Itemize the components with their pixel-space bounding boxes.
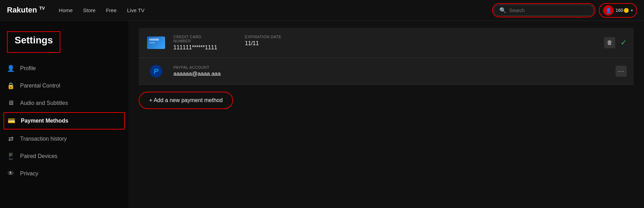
search-wrapper: 🔍 <box>492 3 595 17</box>
credit-card-icon-area <box>146 36 166 49</box>
search-icon: 🔍 <box>499 7 506 14</box>
add-payment-label: + Add a new payment method <box>149 97 223 103</box>
add-payment-button[interactable]: + Add a new payment method <box>139 92 233 109</box>
expiry-details: EXPIRATION DATE 11/11 <box>245 35 284 51</box>
sidebar-label-transaction: Transaction history <box>20 136 67 142</box>
search-box[interactable]: 🔍 <box>493 5 594 16</box>
nav-livetv[interactable]: Live TV <box>127 7 145 13</box>
main-layout: Settings 👤 Profile 🔒 Parental Control 🖥 … <box>0 21 644 208</box>
sidebar-label-profile: Profile <box>20 65 36 72</box>
sidebar-item-paired-devices[interactable]: 📱 Paired Devices <box>0 148 128 165</box>
card-icon: 💳 <box>8 117 15 125</box>
sidebar-item-audio-subtitles[interactable]: 🖥 Audio and Subtitles <box>0 94 128 111</box>
paypal-more-button[interactable]: ··· <box>616 66 627 77</box>
payment-row-paypal: P PAYPAL ACCOUNT aaaaaa@aaaa.aaa ··· <box>139 58 634 85</box>
content-area: CREDIT CARD NUMBER 111111******1111 EXPI… <box>128 21 644 208</box>
sidebar-item-transaction-history[interactable]: ⇄ Transaction history <box>0 130 128 148</box>
sidebar-menu: 👤 Profile 🔒 Parental Control 🖥 Audio and… <box>0 60 128 182</box>
profile-icon: 👤 <box>7 65 15 72</box>
monitor-icon: 🖥 <box>7 99 15 107</box>
credit-card-actions: 🗑 ✓ <box>604 37 627 48</box>
avatar: 👤 <box>603 5 613 16</box>
points-coin <box>624 8 629 13</box>
eye-icon: 👁 <box>7 170 15 177</box>
payment-row-credit-card: CREDIT CARD NUMBER 111111******1111 EXPI… <box>139 28 634 58</box>
paypal-icon-area: P <box>146 65 166 77</box>
sidebar-item-payment-methods[interactable]: 💳 Payment Methods <box>3 112 125 130</box>
sidebar-label-audio: Audio and Subtitles <box>20 100 68 106</box>
sidebar-item-profile[interactable]: 👤 Profile <box>0 60 128 77</box>
paypal-icon: P <box>150 65 162 77</box>
topnav: Rakuten TV Home Store Free Live TV 🔍 👤 1… <box>0 0 644 21</box>
sidebar: Settings 👤 Profile 🔒 Parental Control 🖥 … <box>0 21 128 208</box>
paypal-details: PAYPAL ACCOUNT aaaaaa@aaaa.aaa <box>173 65 609 77</box>
lock-icon: 🔒 <box>7 82 15 90</box>
nav-home[interactable]: Home <box>59 7 73 13</box>
nav-right: 🔍 👤 160 ▾ <box>492 3 637 18</box>
credit-card-number-label: CREDIT CARD NUMBER <box>173 35 217 43</box>
paypal-actions: ··· <box>616 66 627 77</box>
expiry-label: EXPIRATION DATE <box>245 35 284 39</box>
cc-stripe-2 <box>149 42 155 43</box>
sidebar-label-privacy: Privacy <box>20 170 38 177</box>
sidebar-label-parental: Parental Control <box>20 83 60 89</box>
paypal-email-value: aaaaaa@aaaa.aaa <box>173 71 609 77</box>
avatar-icon: 👤 <box>606 8 611 13</box>
logo: Rakuten TV <box>7 6 45 15</box>
cc-stripe-1 <box>149 39 159 41</box>
expiry-value: 11/11 <box>245 40 284 47</box>
nav-free[interactable]: Free <box>106 7 117 13</box>
credit-card-number-details: CREDIT CARD NUMBER 111111******1111 <box>173 35 217 51</box>
user-badge[interactable]: 👤 160 ▾ <box>599 3 637 18</box>
paypal-account-label: PAYPAL ACCOUNT <box>173 65 609 69</box>
check-icon: ✓ <box>620 38 627 47</box>
credit-card-meta: CREDIT CARD NUMBER 111111******1111 EXPI… <box>173 35 284 51</box>
nav-links: Home Store Free Live TV <box>59 7 492 13</box>
device-icon: 📱 <box>7 152 15 160</box>
sidebar-label-devices: Paired Devices <box>20 153 58 159</box>
credit-card-icon <box>147 36 165 49</box>
nav-store[interactable]: Store <box>83 7 96 13</box>
user-points: 160 <box>616 8 629 13</box>
logo-text: Rakuten TV <box>7 6 45 15</box>
search-input[interactable] <box>509 8 588 13</box>
delete-card-button[interactable]: 🗑 <box>604 37 615 48</box>
chevron-down-icon: ▾ <box>631 8 633 13</box>
sidebar-label-payment: Payment Methods <box>21 118 68 124</box>
sidebar-item-parental-control[interactable]: 🔒 Parental Control <box>0 77 128 94</box>
history-icon: ⇄ <box>7 135 15 143</box>
credit-card-number-value: 111111******1111 <box>173 44 217 51</box>
settings-title: Settings <box>7 31 60 53</box>
sidebar-item-privacy[interactable]: 👁 Privacy <box>0 165 128 182</box>
